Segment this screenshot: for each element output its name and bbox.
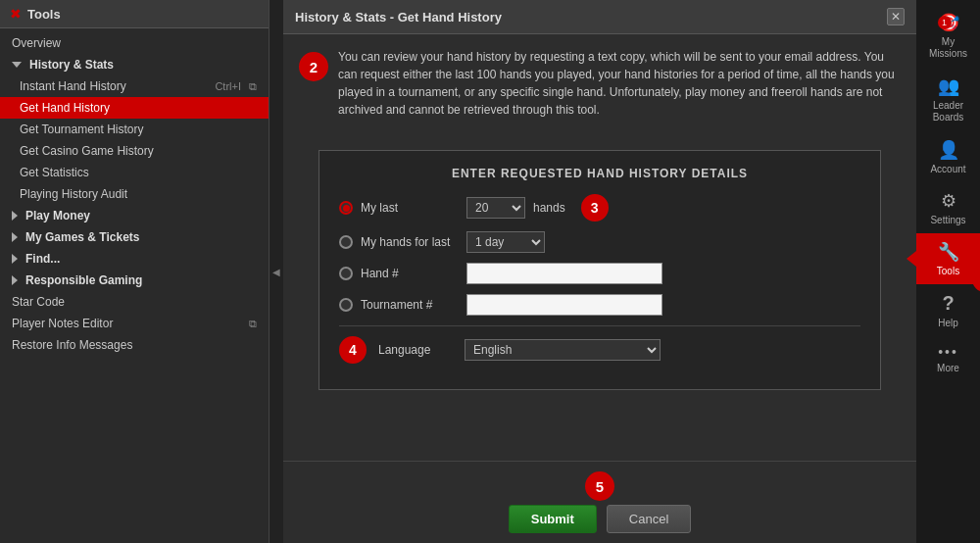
- sidebar-item-responsible-gaming[interactable]: Responsible Gaming: [0, 270, 269, 291]
- missions-badge: 1: [938, 16, 952, 29]
- form-box-title: ENTER REQUESTED HAND HISTORY DETAILS: [339, 167, 860, 180]
- leaderboards-label: LeaderBoards: [933, 100, 964, 123]
- form-row-tournament-number: Tournament #: [339, 294, 860, 316]
- form-row-my-last: My last 10 20 50 100 hands 3: [339, 194, 860, 222]
- form-row-hands-for-last: My hands for last 1 day 1 week 1 month: [339, 231, 860, 253]
- radio-my-last[interactable]: [339, 201, 353, 215]
- account-icon: 👤: [938, 139, 959, 161]
- sidebar-item-play-money[interactable]: Play Money: [0, 205, 269, 226]
- sidebar-collapse-handle[interactable]: ◀: [270, 0, 283, 543]
- right-sidebar: 🎯 1 MyMissions 👥 LeaderBoards 👤 Account …: [916, 0, 980, 543]
- annotation-5: 5: [585, 471, 614, 501]
- submit-button[interactable]: Submit: [509, 505, 597, 533]
- settings-icon: ⚙: [941, 190, 956, 212]
- help-icon: ?: [942, 292, 954, 315]
- input-hand-number[interactable]: [466, 263, 662, 284]
- label-tournament-number: Tournament #: [361, 298, 459, 312]
- sidebar-item-playing-history-audit[interactable]: Playing History Audit: [0, 183, 269, 205]
- collapse-arrow-icon: ◀: [272, 267, 280, 277]
- help-label: Help: [938, 318, 958, 328]
- missions-icon-wrapper: 🎯 1: [938, 12, 959, 33]
- cancel-button[interactable]: Cancel: [607, 505, 691, 533]
- expand-icon: [12, 62, 22, 68]
- label-hand-number: Hand #: [361, 267, 459, 280]
- annotation-2: 2: [299, 52, 328, 81]
- divider: [339, 325, 860, 326]
- sidebar-item-get-tournament-history[interactable]: Get Tournament History: [0, 119, 269, 140]
- sidebar-item-get-statistics[interactable]: Get Statistics: [0, 162, 269, 183]
- annotation-3: 3: [581, 194, 609, 222]
- shortcut-label: Ctrl+I: [215, 80, 241, 92]
- right-nav-leaderboards[interactable]: 👥 LeaderBoards: [916, 68, 980, 131]
- sidebar-item-instant-hand-history[interactable]: Instant Hand History Ctrl+I ⧉: [0, 75, 269, 97]
- label-language: Language: [378, 343, 457, 357]
- sidebar-title: Tools: [27, 7, 61, 22]
- main-header: History & Stats - Get Hand History ✕: [283, 0, 916, 34]
- sidebar-item-restore-info-messages[interactable]: Restore Info Messages: [0, 334, 269, 356]
- tools-nav-icon: 🔧: [938, 241, 959, 263]
- collapse-icon: [12, 211, 18, 221]
- active-arrow-icon: [906, 251, 916, 267]
- sidebar-item-my-games-tickets[interactable]: My Games & Tickets: [0, 226, 269, 248]
- settings-label: Settings: [930, 215, 965, 225]
- more-icon: •••: [938, 344, 958, 360]
- more-label: More: [937, 363, 959, 373]
- account-label: Account: [930, 164, 965, 174]
- tools-nav-label: Tools: [937, 266, 959, 276]
- form-row-language: 4 Language English French German Spanish…: [339, 336, 860, 364]
- form-box: ENTER REQUESTED HAND HISTORY DETAILS My …: [318, 150, 881, 390]
- right-nav-help[interactable]: ? Help: [916, 284, 980, 336]
- radio-hand-number[interactable]: [339, 267, 353, 280]
- label-hands-for-last: My hands for last: [361, 235, 459, 249]
- sidebar: ✖ Tools Overview History & Stats Instant…: [0, 0, 270, 543]
- collapse-icon2: [12, 232, 18, 242]
- right-nav-tools[interactable]: 1 🔧 Tools: [916, 233, 980, 284]
- right-nav-missions[interactable]: 🎯 1 MyMissions: [916, 4, 980, 68]
- right-nav-account[interactable]: 👤 Account: [916, 131, 980, 182]
- annotation-4: 4: [339, 336, 367, 364]
- hands-suffix: hands: [533, 201, 565, 215]
- tools-icon: ✖: [10, 6, 22, 22]
- radio-hands-for-last[interactable]: [339, 235, 353, 249]
- sidebar-item-get-hand-history[interactable]: Get Hand History: [0, 97, 269, 119]
- collapse-icon3: [12, 254, 18, 264]
- copy-icon2: ⧉: [249, 318, 257, 330]
- copy-icon: ⧉: [249, 80, 257, 93]
- input-tournament-number[interactable]: [466, 294, 662, 316]
- select-my-last[interactable]: 10 20 50 100: [466, 197, 525, 219]
- sidebar-item-history-stats[interactable]: History & Stats: [0, 54, 269, 75]
- label-my-last: My last: [361, 201, 459, 215]
- right-nav-more[interactable]: ••• More: [916, 336, 980, 381]
- sidebar-item-star-code[interactable]: Star Code: [0, 291, 269, 313]
- right-nav-settings[interactable]: ⚙ Settings: [916, 182, 980, 233]
- description-text: You can review your hand history by requ…: [338, 48, 901, 119]
- sidebar-items-list: Overview History & Stats Instant Hand Hi…: [0, 28, 269, 543]
- radio-tournament-number[interactable]: [339, 298, 353, 312]
- main-body: 2 You can review your hand history by re…: [283, 34, 916, 461]
- close-button[interactable]: ✕: [887, 8, 905, 25]
- sidebar-header: ✖ Tools: [0, 0, 269, 28]
- sidebar-item-find[interactable]: Find...: [0, 248, 269, 270]
- missions-label: MyMissions: [929, 36, 967, 60]
- select-language[interactable]: English French German Spanish Portuguese…: [465, 339, 661, 361]
- sidebar-item-overview[interactable]: Overview: [0, 32, 269, 54]
- radio-inner: [343, 205, 350, 212]
- form-row-hand-number: Hand #: [339, 263, 860, 284]
- leaderboards-icon: 👥: [938, 75, 959, 97]
- main-title: History & Stats - Get Hand History: [295, 10, 502, 25]
- main-footer: 5 Submit Cancel: [283, 461, 916, 543]
- sidebar-item-player-notes-editor[interactable]: Player Notes Editor ⧉: [0, 313, 269, 334]
- sidebar-item-get-casino-game-history[interactable]: Get Casino Game History: [0, 140, 269, 162]
- collapse-icon4: [12, 275, 18, 285]
- select-hands-for-last[interactable]: 1 day 1 week 1 month: [466, 231, 545, 253]
- main-content: History & Stats - Get Hand History ✕ 2 Y…: [283, 0, 916, 543]
